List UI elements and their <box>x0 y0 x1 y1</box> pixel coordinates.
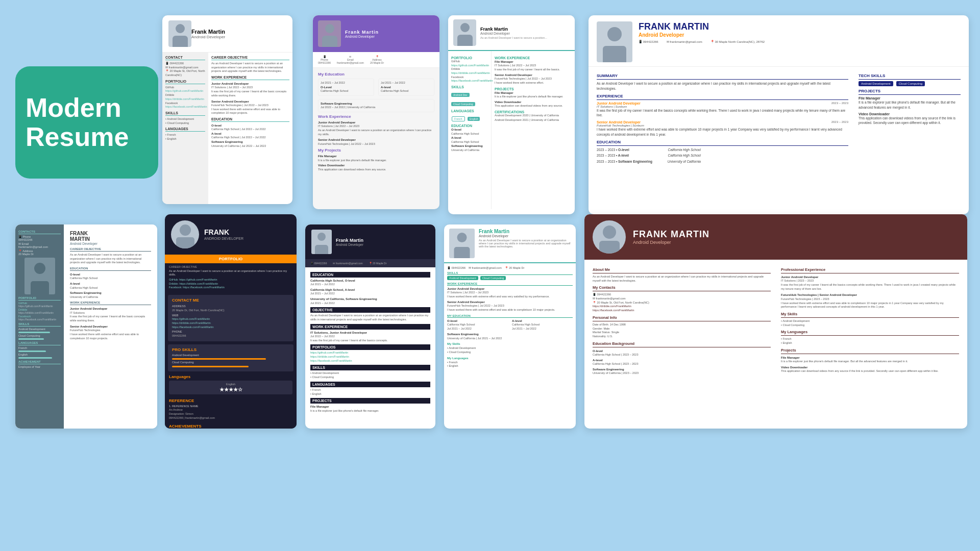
card5-contacts-title: CONTACTS <box>18 230 61 234</box>
card4-body: SUMMARY As an Android Developer I want t… <box>589 67 969 168</box>
card5-name: FRANKMARTIN <box>70 231 151 242</box>
card7-icons: 📱 094422266 ✉ frankmartin@gmail.com 📍 20… <box>305 259 435 267</box>
card2-work-title: Work Experience <box>318 114 434 119</box>
card1-left-col: CONTACT 📱 094422266 ✉ frankmartin@gmail.… <box>162 53 208 204</box>
resume-card-7: Frank Martin Android Developer 📱 0944222… <box>305 224 435 429</box>
card4-header: FRANK MARTIN Android Developer 📱 0944222… <box>589 15 969 67</box>
card7-name: Frank Martin <box>336 238 363 243</box>
card3-title: Android Developer <box>480 32 547 35</box>
resume-card-3: Frank Martin Android Developer As an And… <box>448 15 575 214</box>
card6-achieve-title: ACHIEVEMENTS <box>169 424 292 429</box>
card6-ref-title: REFERENCE <box>169 398 292 403</box>
card9-header: FRANK MARTIN Android Developer <box>584 214 967 260</box>
card3-skills-title: SKILLS <box>451 85 488 89</box>
card9-exp-title: Professional Experience <box>781 267 959 273</box>
logo-text-modern: Modern <box>26 93 148 122</box>
card9-col1: About Me As an Android Developer I want … <box>593 265 771 375</box>
card3-cert-title: CERTIFICATIONS <box>495 110 572 114</box>
card8-mylang-title: My Languages <box>447 357 573 360</box>
card6-contact-me-title: CONTACT ME <box>172 298 289 303</box>
card5-title: Android Developer <box>70 242 151 245</box>
card5-work-title: WORK EXPERIENCE <box>70 301 151 305</box>
card2-title: Android Developer <box>345 35 379 38</box>
card7-portfolios-title: PORTFOLIOS <box>310 344 430 350</box>
card5-edu-title: EDUCATION <box>70 267 151 271</box>
card1-contact-section: CONTACT <box>165 56 205 60</box>
card7-work-title: WORK EXPERIENCE <box>310 324 430 330</box>
card7-projects-title: PROJECTS <box>310 398 430 404</box>
card1-skills-section: SKILLS <box>165 111 205 116</box>
card2-projects-title: My Projects <box>318 148 434 153</box>
app-logo: Modern Resume <box>15 66 158 179</box>
card4-summary-title: SUMMARY <box>597 73 848 80</box>
card6-portfolio-bar: PORTFOLIO <box>165 255 297 263</box>
card4-edu-title: EDUCATION <box>597 140 848 146</box>
card1-name: Frank Martin <box>191 29 225 35</box>
card5-left-col: CONTACTS 📱 Phone 094422266 ✉ Email frank… <box>15 224 64 429</box>
card9-col2: Professional Experience Junior Android D… <box>781 265 959 375</box>
card6-pro-skills: PRO SKILLS Android Development Cloud Com… <box>168 344 293 371</box>
card4-projects-title: PROJECTS <box>859 89 961 95</box>
resume-card-2: Frank Martin Android Developer 📱Phone094… <box>313 15 439 209</box>
card8-title: Android Developer <box>479 234 571 238</box>
card5-portfolio-title: PORTFOLIO <box>18 296 61 300</box>
resume-card-8: Frank Martin Android Developer As an And… <box>444 224 576 429</box>
card7-lang-title: LANGUAGES <box>310 382 430 387</box>
card6-pro-skills-title: PRO SKILLS <box>172 347 289 352</box>
card9-avatar <box>593 220 626 254</box>
card6-avatar <box>171 220 199 248</box>
card7-body: EDUCATION California High School, O-leve… <box>305 267 435 416</box>
card1-right-col: CAREER OBJECTIVE As an Android Developer… <box>208 53 292 204</box>
card3-avatar <box>453 19 476 46</box>
card3-left: PORTFOLIO GitHub https://github.com/Fran… <box>448 51 492 209</box>
card3-name: Frank Martin <box>480 27 547 32</box>
card9-title: Android Developer <box>633 240 709 245</box>
card4-title: Android Developer <box>639 32 961 38</box>
card8-skills-title: SKILLS <box>447 271 573 275</box>
card4-exp-title: EXPERIENCE <box>597 94 848 100</box>
card8-body: 📱 094422266 ✉ frankmartin@gmail.com 📍 20… <box>444 263 576 371</box>
card6-languages-section: Languages English ★★★★☆ <box>165 374 297 396</box>
card5-career-title: CAREER OBJECTIVE <box>70 247 151 252</box>
card4-side-col: TECH SKILLS Android Development Cloud Co… <box>859 71 961 164</box>
card6-achievements: ACHIEVEMENTS Employee of Year This was a… <box>165 422 297 429</box>
card2-body: My Education Jul 2021 – Jul 2022 O-Level… <box>313 68 439 176</box>
card9-projects-title: Projects <box>781 348 959 354</box>
card6-header: FRANK ANDROID DEVELOPER <box>165 214 297 255</box>
card9-about-title: About Me <box>593 267 771 273</box>
card8-header: Frank Martin Android Developer As an And… <box>444 224 576 263</box>
resume-card-1: Frank Martin Android Developer CONTACT 📱… <box>162 15 292 204</box>
card2-header: Frank Martin Android Developer <box>313 15 439 52</box>
card1-edu-section: EDUCATION <box>211 117 289 122</box>
card5-avatar <box>18 258 61 294</box>
card7-title: Android Developer <box>336 243 363 246</box>
card5-lang-title: LANGUAGES <box>18 341 61 345</box>
card9-personal-title: Personal Info <box>593 315 771 321</box>
card1-lang-section: LANGUAGES <box>165 127 205 132</box>
card3-right: WORK EXPERIENCE File Manager IT Solution… <box>492 51 575 209</box>
card1-work-section: WORK EXPERIENCE <box>211 76 289 80</box>
card3-work-title: WORK EXPERIENCE <box>495 56 572 60</box>
card1-title: Android Developer <box>191 35 225 39</box>
card1-career-section: CAREER OBJECTIVE <box>211 56 289 60</box>
card4-tech-title: TECH SKILLS <box>859 73 961 80</box>
resume-card-4: FRANK MARTIN Android Developer 📱 0944222… <box>589 15 969 214</box>
card2-avatar <box>318 20 341 47</box>
card9-name: FRANK MARTIN <box>633 229 709 240</box>
card8-work-title: WORK EXPERIENCE <box>447 282 573 286</box>
card4-main-col: SUMMARY As an Android Developer I want t… <box>597 71 848 164</box>
card2-icons: 📱Phone094422266 ✉Emailfrankmartin@gmail.… <box>313 52 439 68</box>
card6-title-text: ANDROID DEVELOPER <box>204 237 243 240</box>
card1-body: CONTACT 📱 094422266 ✉ frankmartin@gmail.… <box>162 53 292 204</box>
card9-contacts-title: My Contacts <box>593 285 771 291</box>
card5-achieve-title: ACHIEVEMENT <box>18 360 61 364</box>
card9-lang-title: My Languages <box>781 330 959 336</box>
card1-avatar <box>168 20 191 47</box>
card6-contact-me: CONTACT ME ADDRESS 20 Maple Dr, Old Fort… <box>168 295 293 341</box>
card1-portfolio-section: PORTFOLIO <box>165 80 205 84</box>
card3-projects-title: PROJECTS <box>495 87 572 91</box>
card7-edu-title: EDUCATION <box>310 272 430 278</box>
card8-myskills-title: My Skills <box>447 342 573 345</box>
card1-header: Frank Martin Android Developer <box>162 15 292 53</box>
card6-lang-title: Languages <box>169 374 292 379</box>
